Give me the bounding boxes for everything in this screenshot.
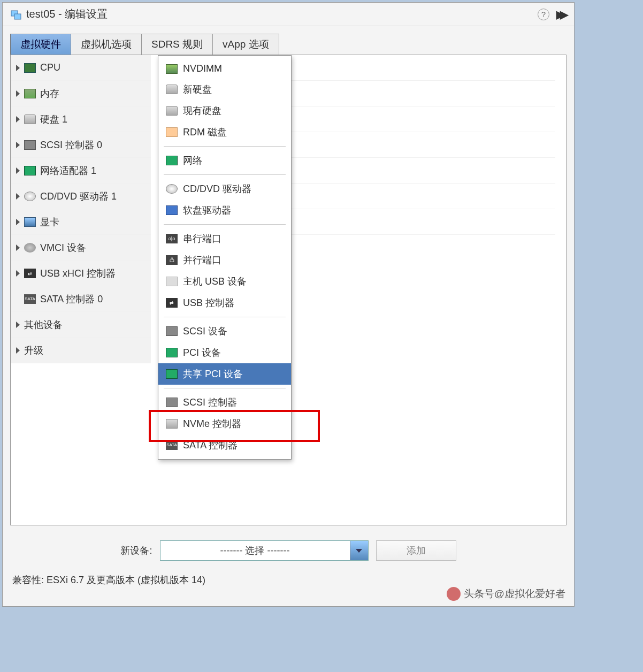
rdm-icon (166, 127, 178, 137)
hw-label: 其他设备 (24, 318, 63, 331)
menu-cddvd[interactable]: CD/DVD 驱动器 (158, 178, 291, 200)
new-device-select[interactable]: ------- 选择 ------- (160, 540, 369, 561)
menu-scsi-dev[interactable]: SCSI 设备 (158, 320, 291, 342)
dvd-icon (24, 192, 36, 201)
content-panel: CPU 内存 硬盘 1 SCSI 控制器 0 网络适配器 1 CD/DVD 驱动… (10, 55, 567, 525)
hw-label: 显卡 (40, 216, 59, 228)
cpu-icon (24, 63, 36, 73)
add-label: 添加 (407, 544, 426, 557)
menu-label: 新硬盘 (183, 83, 212, 96)
menu-label: NVMe 控制器 (183, 417, 241, 430)
hw-row-network[interactable]: 网络适配器 1 (11, 158, 151, 184)
svg-rect-1 (14, 14, 21, 19)
menu-existing-disk[interactable]: 现有硬盘 (158, 100, 291, 121)
menu-usb-ctrl[interactable]: ⇄USB 控制器 (158, 292, 291, 314)
add-button[interactable]: 添加 (376, 540, 456, 561)
hw-row-scsi[interactable]: SCSI 控制器 0 (11, 132, 151, 158)
menu-label: NVDIMM (183, 63, 222, 74)
parallel-icon: 凸 (166, 255, 178, 265)
hw-label: 硬盘 1 (40, 113, 67, 126)
tab-row: 虚拟硬件 虚拟机选项 SDRS 规则 vApp 选项 (10, 34, 574, 55)
hw-row-gpu[interactable]: 显卡 (11, 209, 151, 235)
serial-icon: o|o (166, 234, 178, 243)
hw-row-usbxhci[interactable]: ⇄USB xHCI 控制器 (11, 261, 151, 286)
tab-virtual-hardware[interactable]: 虚拟硬件 (10, 34, 71, 55)
menu-sata-ctrl[interactable]: SATASATA 控制器 (158, 434, 291, 456)
footer-row: 新设备: ------- 选择 ------- 添加 (3, 533, 574, 568)
tab-sdrs-rules[interactable]: SDRS 规则 (141, 34, 213, 55)
disk-icon (24, 114, 36, 124)
hw-label: CPU (40, 62, 60, 73)
menu-label: CD/DVD 驱动器 (183, 182, 251, 195)
scsi-icon (166, 326, 178, 336)
hostusb-icon (166, 277, 178, 286)
menu-label: PCI 设备 (183, 346, 221, 359)
new-device-label: 新设备: (120, 544, 152, 557)
edit-settings-window: test05 - 编辑设置 ? ▶▶ 虚拟硬件 虚拟机选项 SDRS 规则 vA… (2, 2, 575, 607)
menu-separator (164, 388, 286, 388)
usb-icon: ⇄ (166, 298, 178, 308)
vmci-icon (24, 243, 36, 253)
hw-row-other[interactable]: 其他设备 (11, 312, 151, 338)
menu-new-disk[interactable]: 新硬盘 (158, 79, 291, 100)
menu-nvme-ctrl[interactable]: NVMe 控制器 (158, 413, 291, 434)
gpu-icon (24, 217, 36, 227)
menu-separator (164, 224, 286, 225)
sata-icon: SATA (24, 294, 36, 304)
hdd-icon (166, 106, 178, 116)
hw-row-memory[interactable]: 内存 (11, 81, 151, 106)
menu-label: 并行端口 (183, 254, 221, 266)
pci-icon (166, 369, 178, 379)
hw-row-cpu[interactable]: CPU (11, 55, 151, 81)
watermark: 头条号@虚拟化爱好者 (447, 587, 565, 601)
network-icon (24, 166, 36, 175)
menu-label: 串行端口 (183, 232, 221, 245)
avatar-icon (447, 587, 461, 601)
hw-label: 内存 (40, 87, 59, 100)
menu-floppy[interactable]: 软盘驱动器 (158, 200, 291, 221)
watermark-text: 头条号@虚拟化爱好者 (464, 587, 565, 601)
menu-parallel[interactable]: 凸并行端口 (158, 249, 291, 271)
titlebar: test05 - 编辑设置 ? ▶▶ (3, 3, 574, 26)
sata-icon: SATA (166, 440, 178, 450)
menu-label: 共享 PCI 设备 (183, 368, 243, 380)
menu-label: SCSI 控制器 (183, 396, 237, 409)
hw-row-vmci[interactable]: VMCI 设备 (11, 235, 151, 261)
menu-label: RDM 磁盘 (183, 126, 227, 139)
menu-label: USB 控制器 (183, 296, 234, 309)
add-device-menu: NVDIMM 新硬盘 现有硬盘 RDM 磁盘 网络 CD/DVD 驱动器 软盘驱… (158, 55, 292, 460)
menu-separator (164, 317, 286, 317)
help-icon[interactable]: ? (538, 9, 549, 20)
expand-icon[interactable]: ▶▶ (554, 8, 567, 21)
menu-serial[interactable]: o|o串行端口 (158, 228, 291, 249)
menu-pci-dev[interactable]: PCI 设备 (158, 342, 291, 363)
pci-icon (166, 348, 178, 357)
hdd-icon (166, 85, 178, 94)
menu-label: 主机 USB 设备 (183, 275, 247, 288)
menu-scsi-ctrl[interactable]: SCSI 控制器 (158, 392, 291, 413)
hw-label: CD/DVD 驱动器 1 (40, 190, 117, 203)
network-icon (166, 156, 178, 165)
menu-network[interactable]: 网络 (158, 150, 291, 171)
hw-label: VMCI 设备 (40, 241, 86, 254)
hw-label: 升级 (24, 344, 43, 357)
select-dropdown-button[interactable] (350, 541, 368, 560)
menu-host-usb[interactable]: 主机 USB 设备 (158, 271, 291, 292)
window-title: test05 - 编辑设置 (26, 7, 108, 21)
hw-row-sata[interactable]: SATASATA 控制器 0 (11, 286, 151, 312)
hw-row-disk[interactable]: 硬盘 1 (11, 106, 151, 132)
menu-nvdimm[interactable]: NVDIMM (158, 59, 291, 79)
tab-vapp-options[interactable]: vApp 选项 (212, 34, 279, 55)
tab-vm-options[interactable]: 虚拟机选项 (71, 34, 142, 55)
menu-shared-pci[interactable]: 共享 PCI 设备 (158, 363, 291, 385)
hw-row-upgrade[interactable]: 升级 (11, 338, 151, 363)
menu-label: 软盘驱动器 (183, 204, 231, 217)
scsi-ctrl-icon (166, 398, 178, 407)
menu-rdm-disk[interactable]: RDM 磁盘 (158, 121, 291, 143)
hw-row-dvd[interactable]: CD/DVD 驱动器 1 (11, 184, 151, 209)
dvd-icon (166, 184, 178, 194)
menu-separator (164, 146, 286, 147)
select-placeholder: ------- 选择 ------- (160, 544, 350, 557)
hardware-list: CPU 内存 硬盘 1 SCSI 控制器 0 网络适配器 1 CD/DVD 驱动… (11, 55, 151, 363)
vm-icon (10, 9, 22, 20)
